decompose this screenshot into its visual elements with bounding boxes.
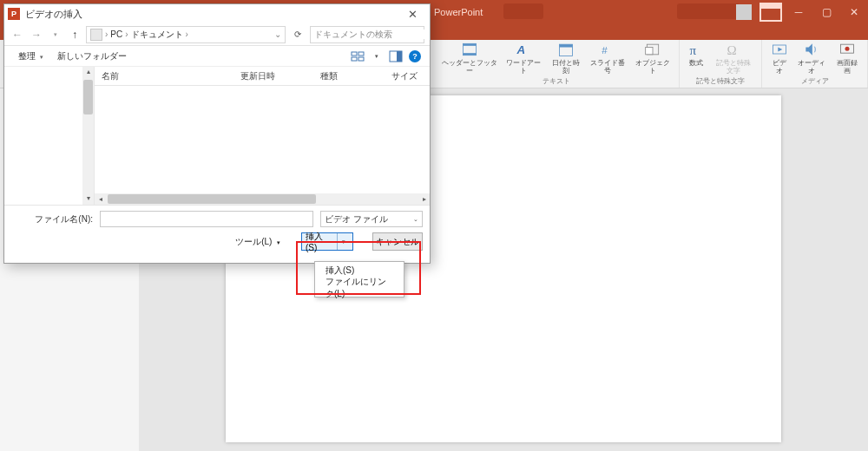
ribbon-group-text: ヘッダーとフッター A ワードアート 日付と時刻 # スライド番号 オブジェクト…	[434, 40, 680, 88]
date-time-button[interactable]: 日付と時刻	[548, 40, 584, 75]
powerpoint-logo-icon: P	[8, 8, 20, 20]
scroll-left-button[interactable]: ◂	[95, 195, 106, 203]
video-button[interactable]: ビデオ	[767, 40, 791, 75]
scroll-up-button[interactable]: ▴	[82, 67, 94, 78]
refresh-button[interactable]: ⟳	[289, 29, 306, 39]
filename-input[interactable]	[100, 211, 313, 227]
svg-text:π: π	[689, 43, 696, 57]
filename-label: ファイル名(N):	[11, 213, 93, 226]
svg-rect-19	[352, 57, 357, 61]
screen-recording-button[interactable]: 画面録画	[832, 40, 862, 75]
folder-tree-pane[interactable]: ▴ ▾	[4, 67, 95, 205]
column-name[interactable]: 名前	[95, 70, 233, 82]
column-date[interactable]: 更新日時	[233, 70, 313, 82]
tools-button[interactable]: ツール(L) ▾	[235, 236, 280, 248]
ribbon-display-options[interactable]	[757, 0, 785, 24]
symbol-button[interactable]: Ω 記号と特殊文字	[710, 40, 756, 75]
view-options-button[interactable]	[350, 49, 365, 64]
svg-text:#: #	[602, 44, 608, 56]
cancel-button[interactable]: キャンセル	[372, 232, 423, 251]
svg-rect-20	[358, 57, 364, 61]
nav-recent-button[interactable]: ▾	[48, 31, 63, 38]
svg-rect-3	[464, 43, 477, 46]
insert-dropdown-arrow[interactable]: ▾	[337, 233, 349, 250]
nav-forward-button[interactable]: →	[29, 29, 44, 41]
list-hscrollbar[interactable]: ◂ ▸	[95, 193, 430, 205]
filetype-select[interactable]: ビデオ ファイル⌄	[320, 211, 423, 227]
new-folder-button[interactable]: 新しいフォルダー	[50, 49, 134, 64]
header-footer-button[interactable]: ヘッダーとフッター	[439, 40, 500, 75]
svg-text:A: A	[516, 43, 526, 56]
svg-rect-17	[352, 52, 357, 56]
svg-rect-18	[358, 52, 364, 56]
breadcrumb-documents[interactable]: ドキュメント	[131, 29, 183, 41]
pc-icon	[90, 29, 102, 41]
minimize-button[interactable]: ─	[785, 0, 812, 24]
title-smear	[503, 3, 543, 19]
search-box[interactable]	[310, 26, 424, 43]
svg-text:Ω: Ω	[727, 43, 736, 57]
help-button[interactable]: ?	[407, 49, 423, 64]
user-avatar[interactable]	[731, 0, 757, 24]
doc-title-suffix: PowerPoint	[434, 7, 483, 17]
scroll-down-button[interactable]: ▾	[82, 193, 94, 205]
object-button[interactable]: オブジェクト	[631, 40, 674, 75]
breadcrumb[interactable]: › PC › ドキュメント › ⌄	[86, 26, 286, 43]
dialog-close-button[interactable]: ✕	[398, 8, 426, 21]
slide-number-button[interactable]: # スライド番号	[586, 40, 628, 75]
breadcrumb-dropdown[interactable]: ⌄	[274, 29, 281, 39]
dropdown-link-to-file[interactable]: ファイルにリンク(L)	[315, 279, 404, 297]
svg-rect-7	[559, 44, 572, 47]
tree-scrollbar[interactable]: ▴ ▾	[82, 67, 94, 205]
svg-rect-22	[397, 51, 402, 62]
insert-split-button[interactable]: 挿入(S) ▾	[301, 232, 353, 251]
view-options-dropdown[interactable]: ▾	[369, 49, 385, 64]
svg-rect-4	[464, 53, 477, 55]
wordart-button[interactable]: A ワードアート	[503, 40, 545, 75]
preview-pane-button[interactable]	[388, 49, 404, 64]
dialog-title: ビデオの挿入	[25, 8, 82, 21]
audio-button[interactable]: オーディオ	[793, 40, 829, 75]
insert-video-dialog: P ビデオの挿入 ✕ ← → ▾ ↑ › PC › ドキュメント › ⌄ ⟳ 整…	[3, 3, 431, 264]
organize-button[interactable]: 整理 ▾	[11, 49, 50, 64]
breadcrumb-pc[interactable]: PC	[110, 29, 122, 39]
nav-up-button[interactable]: ↑	[67, 29, 82, 41]
close-button[interactable]: ✕	[840, 0, 868, 24]
nav-back-button[interactable]: ←	[10, 29, 25, 41]
scroll-thumb[interactable]	[83, 80, 93, 114]
svg-point-16	[845, 47, 849, 51]
search-input[interactable]	[311, 29, 428, 39]
ribbon-group-symbols: π 数式 Ω 記号と特殊文字 記号と特殊文字	[680, 40, 762, 88]
column-kind[interactable]: 種類	[313, 70, 374, 82]
file-list-pane[interactable]: 名前 更新日時 種類 サイズ ◂ ▸	[95, 67, 430, 205]
ribbon-group-media: ビデオ オーディオ 画面録画 メディア	[762, 40, 868, 88]
column-size[interactable]: サイズ	[374, 70, 430, 82]
chevron-down-icon: ⌄	[413, 216, 418, 223]
svg-marker-14	[778, 48, 782, 52]
svg-rect-10	[645, 48, 652, 55]
equation-button[interactable]: π 数式	[685, 40, 707, 68]
hscroll-thumb[interactable]	[108, 194, 316, 204]
insert-dropdown-menu: 挿入(S) ファイルにリンク(L)	[314, 261, 404, 297]
scroll-right-button[interactable]: ▸	[418, 195, 430, 203]
svg-rect-1	[760, 3, 781, 9]
maximize-button[interactable]: ▢	[812, 0, 840, 24]
